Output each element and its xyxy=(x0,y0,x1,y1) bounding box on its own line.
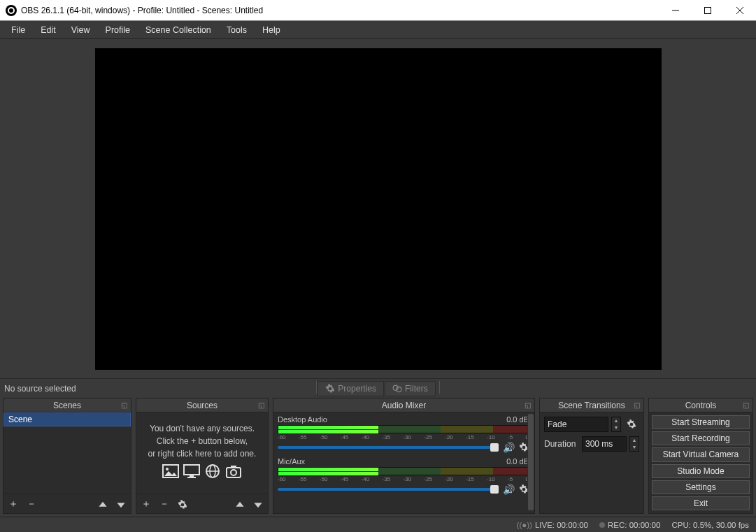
preview-canvas[interactable] xyxy=(95,48,662,370)
transition-spinner[interactable]: ▲▼ xyxy=(611,417,621,432)
duration-spinner[interactable]: ▲▼ xyxy=(629,436,639,452)
audio-channel: Mic/Aux0.0 dB -60-55-50-45-40-35-30-25-2… xyxy=(278,457,529,495)
sources-empty-1: You don't have any sources. xyxy=(142,422,262,435)
popout-icon[interactable]: ◱ xyxy=(523,401,532,409)
svg-rect-8 xyxy=(184,465,199,475)
volume-slider[interactable] xyxy=(278,488,499,491)
window-controls xyxy=(659,0,756,20)
mixer-scrollbar[interactable] xyxy=(527,412,534,513)
preview-area xyxy=(0,39,756,378)
menu-edit[interactable]: Edit xyxy=(34,23,63,37)
speaker-icon[interactable]: 🔊 xyxy=(503,484,515,495)
sources-dock: Sources◱ You don't have any sources. Cli… xyxy=(136,398,269,514)
menu-help[interactable]: Help xyxy=(255,23,287,37)
popout-icon[interactable]: ◱ xyxy=(632,401,641,409)
close-button[interactable] xyxy=(724,0,756,20)
audio-channel: Desktop Audio0.0 dB -60-55-50-45-40-35-3… xyxy=(278,415,529,453)
menubar: File Edit View Profile Scene Collection … xyxy=(0,21,756,39)
remove-scene-button[interactable]: － xyxy=(26,498,37,510)
mixer-body: Desktop Audio0.0 dB -60-55-50-45-40-35-3… xyxy=(273,412,534,513)
properties-label: Properties xyxy=(338,384,376,394)
studio-mode-button[interactable]: Studio Mode xyxy=(652,464,750,478)
rec-status: REC: 00:00:00 xyxy=(608,521,660,529)
scenes-list[interactable]: Scene xyxy=(3,412,131,494)
live-status: LIVE: 00:00:00 xyxy=(535,521,588,529)
properties-button[interactable]: Properties xyxy=(318,381,384,396)
menu-profile[interactable]: Profile xyxy=(99,23,137,37)
channel-level: 0.0 dB xyxy=(506,457,529,466)
scene-down-button[interactable] xyxy=(115,498,127,509)
rec-icon xyxy=(599,522,605,528)
audio-mixer-dock: Audio Mixer◱ Desktop Audio0.0 dB -60-55-… xyxy=(273,398,535,514)
svg-rect-9 xyxy=(190,475,194,477)
duration-input[interactable]: 300 ms xyxy=(582,436,627,452)
window-title: OBS 26.1.1 (64-bit, windows) - Profile: … xyxy=(21,6,659,15)
exit-button[interactable]: Exit xyxy=(652,496,750,510)
minimize-button[interactable] xyxy=(659,0,692,20)
transitions-dock: Scene Transitions◱ Fade ▲▼ Duration 300 … xyxy=(539,398,644,514)
audio-meter xyxy=(278,467,529,475)
popout-icon[interactable]: ◱ xyxy=(120,401,128,409)
svg-point-7 xyxy=(166,468,169,470)
source-up-button[interactable] xyxy=(234,498,245,509)
filters-button[interactable]: Filters xyxy=(385,381,436,396)
maximize-button[interactable] xyxy=(692,0,724,20)
statusbar: ((●))LIVE: 00:00:00 REC: 00:00:00 CPU: 0… xyxy=(0,517,756,532)
scene-item[interactable]: Scene xyxy=(3,412,131,426)
cpu-status: CPU: 0.5%, 30.00 fps xyxy=(671,521,749,529)
source-settings-button[interactable] xyxy=(177,498,188,509)
db-scale: -60-55-50-45-40-35-30-25-20-15-10-50 xyxy=(278,434,529,440)
source-toolbar: No source selected Properties Filters xyxy=(0,378,756,398)
filters-icon xyxy=(392,384,402,394)
menu-view[interactable]: View xyxy=(64,23,97,37)
gear-icon xyxy=(325,384,335,394)
menu-file[interactable]: File xyxy=(4,23,32,37)
start-recording-button[interactable]: Start Recording xyxy=(652,431,750,445)
remove-source-button[interactable]: － xyxy=(159,498,170,510)
audio-meter xyxy=(278,425,529,433)
filters-label: Filters xyxy=(405,384,428,394)
settings-button[interactable]: Settings xyxy=(652,480,750,494)
sources-list[interactable]: You don't have any sources. Click the + … xyxy=(136,412,268,494)
docks-row: Scenes◱ Scene ＋ － Sources◱ You don't hav… xyxy=(0,398,756,517)
transition-select[interactable]: Fade xyxy=(544,417,608,432)
controls-dock: Controls◱ Start Streaming Start Recordin… xyxy=(648,398,753,514)
scenes-dock: Scenes◱ Scene ＋ － xyxy=(3,398,131,514)
live-icon: ((●)) xyxy=(517,521,532,529)
channel-name: Desktop Audio xyxy=(278,415,327,424)
sources-title: Sources xyxy=(187,401,217,410)
sources-empty-2: Click the + button below, xyxy=(142,435,262,447)
sources-empty-3: or right click here to add one. xyxy=(142,447,262,460)
mixer-title: Audio Mixer xyxy=(382,401,426,410)
svg-point-15 xyxy=(231,470,236,475)
titlebar: OBS 26.1.1 (64-bit, windows) - Profile: … xyxy=(0,0,756,21)
display-icon xyxy=(183,464,200,478)
channel-name: Mic/Aux xyxy=(278,457,305,466)
popout-icon[interactable]: ◱ xyxy=(741,401,750,409)
menu-scene-collection[interactable]: Scene Collection xyxy=(138,23,218,37)
transitions-title: Scene Transitions xyxy=(558,401,625,410)
globe-icon xyxy=(204,464,221,478)
start-streaming-button[interactable]: Start Streaming xyxy=(652,415,750,429)
add-source-button[interactable]: ＋ xyxy=(141,498,152,510)
svg-rect-10 xyxy=(187,477,196,478)
scene-up-button[interactable] xyxy=(97,498,108,509)
speaker-icon[interactable]: 🔊 xyxy=(503,442,515,453)
db-scale: -60-55-50-45-40-35-30-25-20-15-10-50 xyxy=(278,476,529,482)
volume-slider[interactable] xyxy=(278,446,499,449)
add-scene-button[interactable]: ＋ xyxy=(8,498,19,510)
source-status: No source selected xyxy=(4,384,316,394)
scenes-title: Scenes xyxy=(53,401,81,410)
duration-label: Duration xyxy=(544,439,579,449)
start-virtual-camera-button[interactable]: Start Virtual Camera xyxy=(652,447,750,461)
camera-icon xyxy=(225,464,242,478)
source-down-button[interactable] xyxy=(252,498,264,509)
svg-rect-1 xyxy=(705,7,711,13)
transition-gear-icon[interactable] xyxy=(624,417,639,432)
svg-rect-16 xyxy=(231,466,236,468)
popout-icon[interactable]: ◱ xyxy=(257,401,265,409)
source-type-icons xyxy=(142,464,262,478)
image-icon xyxy=(162,464,179,478)
menu-tools[interactable]: Tools xyxy=(220,23,254,37)
controls-title: Controls xyxy=(685,401,717,410)
